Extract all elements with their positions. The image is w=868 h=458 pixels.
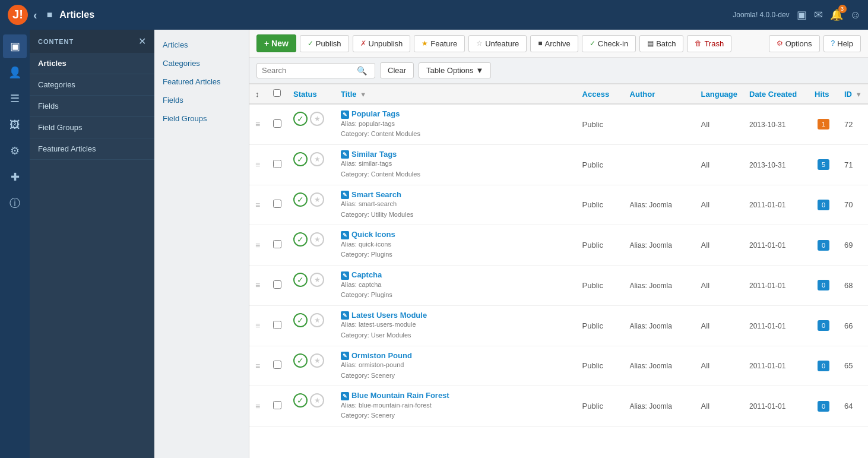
status-star-icon[interactable]: ★ [310, 393, 324, 408]
status-star-icon[interactable]: ★ [310, 353, 324, 368]
hits-badge[interactable]: 0 [818, 280, 829, 290]
publish-button[interactable]: ✓ Publish [300, 35, 349, 52]
status-published-icon[interactable]: ✓ [293, 393, 308, 408]
row-checkbox[interactable] [273, 321, 281, 329]
unfeature-button[interactable]: ☆ Unfeature [468, 35, 527, 52]
feature-button[interactable]: ★ Feature [414, 35, 465, 52]
sidebar-icon-users[interactable]: 👤 [3, 61, 27, 84]
status-published-icon[interactable]: ✓ [293, 112, 308, 126]
sidebar-item-categories[interactable]: Categories [30, 74, 154, 96]
hits-badge[interactable]: 0 [818, 200, 829, 210]
hits-badge[interactable]: 0 [818, 240, 829, 251]
table-row: ≡ ✓ ★ ✎Quick Icons Alias: quick-iconsCat… [249, 225, 868, 266]
th-hits[interactable]: Hits [809, 84, 838, 105]
sidebar-icon-extensions[interactable]: ✚ [3, 165, 27, 189]
trash-button[interactable]: 🗑 Trash [687, 35, 731, 52]
sidebar-icon-media[interactable]: 🖼 [3, 113, 27, 137]
sidebar-close-button[interactable]: ✕ [138, 36, 146, 47]
th-id[interactable]: ID ▼ [838, 84, 868, 105]
article-title-link[interactable]: ✎Popular Tags [341, 109, 400, 118]
article-title-link[interactable]: ✎Smart Search [341, 190, 401, 199]
search-submit-button[interactable]: 🔍 [357, 66, 367, 75]
status-published-icon[interactable]: ✓ [293, 353, 308, 368]
back-button[interactable]: ‹ [33, 8, 37, 22]
article-title-link[interactable]: ✎Ormiston Pound [341, 351, 412, 360]
status-published-icon[interactable]: ✓ [293, 232, 308, 247]
th-access[interactable]: Access [576, 84, 624, 105]
status-star-icon[interactable]: ★ [310, 313, 324, 327]
sidebar-item-fields[interactable]: Fields [30, 96, 154, 117]
status-published-icon[interactable]: ✓ [293, 313, 308, 327]
hits-badge[interactable]: 1 [818, 119, 829, 129]
joomla-logo[interactable]: J! [7, 4, 28, 26]
title-sort-icon: ▼ [360, 91, 366, 98]
user-icon[interactable]: ☺ [850, 9, 861, 21]
article-title-link[interactable]: ✎Captcha [341, 270, 382, 279]
th-title[interactable]: Title ▼ [335, 84, 576, 105]
article-title-link[interactable]: ✎Latest Users Module [341, 311, 427, 320]
help-button[interactable]: ? Help [823, 35, 861, 52]
archive-button[interactable]: ■ Archive [530, 35, 578, 52]
row-checkbox[interactable] [273, 280, 281, 289]
sidebar-icon-components[interactable]: ⚙ [3, 139, 27, 163]
status-star-icon[interactable]: ★ [310, 273, 324, 287]
row-checkbox[interactable] [273, 240, 281, 248]
row-checkbox[interactable] [273, 361, 281, 369]
sidebar-icon-menus[interactable]: ☰ [3, 87, 27, 110]
article-title-link[interactable]: ✎Similar Tags [341, 150, 397, 159]
bell-icon[interactable]: 🔔 3 [830, 8, 843, 21]
drag-handle-icon[interactable]: ≡ [255, 402, 260, 411]
drag-handle-icon[interactable]: ≡ [255, 160, 260, 169]
language-value: All [701, 241, 709, 249]
unpublish-button[interactable]: ✗ Unpublish [353, 35, 411, 52]
new-button[interactable]: + New [256, 34, 296, 52]
th-date-created[interactable]: Date Created [743, 84, 809, 105]
sidebar-item-articles[interactable]: Articles [30, 53, 154, 74]
th-language[interactable]: Language [695, 84, 743, 105]
select-all-checkbox[interactable] [273, 89, 281, 97]
drag-handle-icon[interactable]: ≡ [255, 241, 260, 250]
row-checkbox[interactable] [273, 200, 281, 208]
sidebar-item-featured-articles[interactable]: Featured Articles [30, 138, 154, 160]
row-checkbox[interactable] [273, 401, 281, 409]
table-options-button[interactable]: Table Options ▼ [419, 62, 491, 78]
clear-button[interactable]: Clear [380, 62, 414, 78]
mail-icon[interactable]: ✉ [814, 8, 823, 21]
title-cell: ✎Latest Users Module Alias: latest-users… [335, 305, 576, 346]
checkin-button[interactable]: ✓ Check-in [582, 35, 636, 52]
sub-sidebar-fields[interactable]: Fields [154, 91, 249, 109]
drag-handle-icon[interactable]: ≡ [255, 119, 260, 129]
hits-badge[interactable]: 0 [818, 361, 829, 371]
sub-sidebar-featured-articles[interactable]: Featured Articles [154, 72, 249, 91]
status-star-icon[interactable]: ★ [310, 232, 324, 247]
options-button[interactable]: ⚙ Options [769, 35, 820, 52]
hits-badge[interactable]: 5 [818, 159, 829, 170]
th-author[interactable]: Author [624, 84, 695, 105]
sidebar-icon-info[interactable]: ⓘ [3, 191, 27, 215]
drag-handle-icon[interactable]: ≡ [255, 280, 260, 290]
row-checkbox[interactable] [273, 119, 281, 128]
batch-button[interactable]: ▤ Batch [639, 35, 683, 52]
sidebar-icon-content[interactable]: ▣ [3, 34, 27, 58]
hits-badge[interactable]: 0 [818, 320, 829, 331]
drag-handle-icon[interactable]: ≡ [255, 200, 260, 210]
article-title-link[interactable]: ✎Quick Icons [341, 230, 395, 239]
edit-icon: ✎ [341, 231, 349, 239]
drag-handle-icon[interactable]: ≡ [255, 321, 260, 330]
status-star-icon[interactable]: ★ [310, 112, 324, 126]
sub-sidebar-categories[interactable]: Categories [154, 54, 249, 72]
status-star-icon[interactable]: ★ [310, 152, 324, 166]
hits-badge[interactable]: 0 [818, 401, 829, 412]
sub-sidebar-field-groups[interactable]: Field Groups [154, 109, 249, 128]
status-star-icon[interactable]: ★ [310, 192, 324, 207]
sidebar-item-field-groups[interactable]: Field Groups [30, 117, 154, 138]
status-published-icon[interactable]: ✓ [293, 273, 308, 287]
drag-handle-icon[interactable]: ≡ [255, 361, 260, 371]
search-input[interactable] [262, 66, 357, 75]
copy-icon[interactable]: ▣ [797, 8, 807, 21]
row-checkbox[interactable] [273, 160, 281, 168]
status-published-icon[interactable]: ✓ [293, 152, 308, 166]
status-published-icon[interactable]: ✓ [293, 192, 308, 207]
sub-sidebar-articles[interactable]: Articles [154, 36, 249, 54]
article-title-link[interactable]: ✎Blue Mountain Rain Forest [341, 391, 449, 400]
